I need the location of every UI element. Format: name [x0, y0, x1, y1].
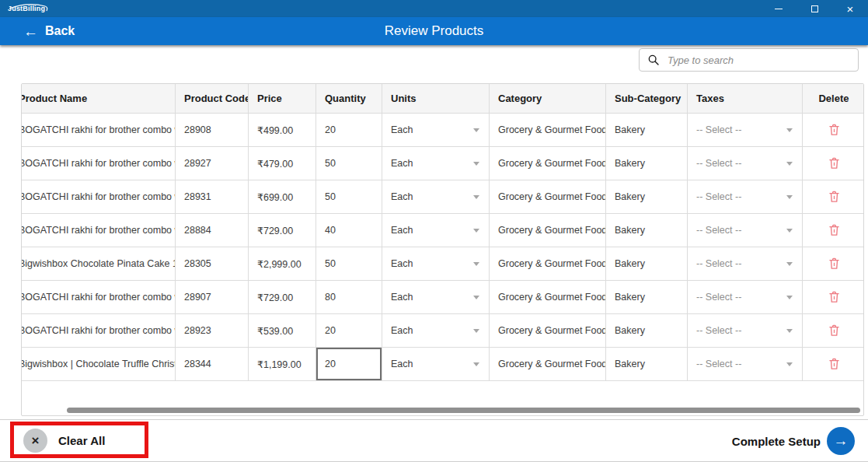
- quantity-cell[interactable]: 50: [316, 147, 382, 180]
- product-name-cell[interactable]: Bigwishbox Chocolate Pinata Cake 1 K...: [22, 247, 176, 280]
- x-icon: ×: [32, 433, 40, 449]
- taxes-dropdown[interactable]: -- Select --: [688, 147, 803, 180]
- price-cell[interactable]: ₹479.00: [249, 147, 316, 180]
- chevron-down-icon: [473, 162, 479, 166]
- chevron-down-icon: [786, 229, 793, 233]
- chevron-down-icon: [786, 362, 793, 366]
- delete-button[interactable]: [803, 114, 864, 146]
- sub-category-cell: Bakery: [606, 247, 688, 280]
- taxes-dropdown[interactable]: -- Select --: [688, 180, 803, 213]
- delete-button[interactable]: [803, 281, 864, 313]
- chevron-down-icon: [473, 362, 479, 366]
- product-name-cell[interactable]: BOGATCHI rakhi for brother combo wi...: [22, 281, 176, 313]
- product-code-cell[interactable]: 28931: [176, 180, 249, 213]
- price-cell[interactable]: ₹539.00: [249, 314, 316, 347]
- quantity-cell[interactable]: 20: [316, 314, 382, 347]
- quantity-cell[interactable]: 50: [316, 180, 382, 213]
- footer-bar: × Clear All Complete Setup →: [0, 419, 868, 462]
- sub-category-cell: Bakery: [606, 314, 688, 347]
- price-cell[interactable]: ₹1,199.00: [249, 348, 316, 380]
- units-dropdown[interactable]: Each: [382, 314, 490, 347]
- horizontal-scrollbar[interactable]: [67, 408, 860, 413]
- delete-button[interactable]: [803, 147, 864, 180]
- page-header: ← Back Review Products: [0, 17, 868, 45]
- delete-button[interactable]: [803, 314, 864, 347]
- category-cell: Grocery & Gourmet Foods: [490, 314, 606, 347]
- product-code-cell[interactable]: 28923: [176, 314, 249, 347]
- trash-icon: [828, 324, 840, 337]
- quantity-cell[interactable]: 50: [316, 247, 382, 280]
- clear-icon-circle: ×: [23, 429, 47, 453]
- category-cell: Grocery & Gourmet Foods: [490, 348, 606, 380]
- trash-icon: [828, 224, 840, 236]
- units-dropdown[interactable]: Each: [382, 214, 490, 247]
- category-cell: Grocery & Gourmet Foods: [490, 247, 606, 280]
- taxes-dropdown[interactable]: -- Select --: [688, 348, 803, 380]
- chevron-down-icon: [786, 195, 793, 199]
- quantity-cell[interactable]: 40: [316, 214, 382, 247]
- table-row: BOGATCHI rakhi for brother combo wi... 2…: [22, 180, 864, 214]
- search-icon: [647, 54, 660, 66]
- quantity-cell[interactable]: 20: [316, 348, 382, 380]
- product-code-cell[interactable]: 28927: [176, 147, 249, 180]
- chevron-down-icon: [473, 128, 479, 132]
- trash-icon: [828, 358, 840, 370]
- product-code-cell[interactable]: 28884: [176, 214, 249, 247]
- clear-all-button[interactable]: × Clear All: [23, 429, 105, 453]
- taxes-dropdown[interactable]: -- Select --: [688, 314, 803, 347]
- price-cell[interactable]: ₹729.00: [249, 281, 316, 313]
- units-dropdown[interactable]: Each: [382, 147, 490, 180]
- arrow-right-circle: →: [827, 427, 855, 455]
- product-name-cell[interactable]: BOGATCHI rakhi for brother combo wi...: [22, 314, 176, 347]
- chevron-down-icon: [786, 262, 793, 266]
- units-dropdown[interactable]: Each: [382, 180, 490, 213]
- product-name-cell[interactable]: BOGATCHI rakhi for brother combo wi...: [22, 180, 176, 213]
- taxes-dropdown[interactable]: -- Select --: [688, 247, 803, 280]
- sub-category-cell: Bakery: [606, 147, 688, 180]
- units-dropdown[interactable]: Each: [382, 348, 490, 380]
- category-cell: Grocery & Gourmet Foods: [490, 180, 606, 213]
- category-cell: Grocery & Gourmet Foods: [490, 147, 606, 180]
- table-row: BOGATCHI rakhi for brother combo wi... 2…: [22, 114, 864, 147]
- product-code-cell[interactable]: 28907: [176, 281, 249, 313]
- quantity-cell[interactable]: 20: [316, 114, 382, 146]
- chevron-down-icon: [473, 262, 479, 266]
- delete-button[interactable]: [803, 348, 864, 380]
- delete-button[interactable]: [803, 247, 864, 280]
- sub-category-cell: Bakery: [606, 114, 688, 146]
- product-name-cell[interactable]: BOGATCHI rakhi for brother combo wi...: [22, 114, 176, 146]
- taxes-dropdown[interactable]: -- Select --: [688, 114, 803, 146]
- product-code-cell[interactable]: 28908: [176, 114, 249, 146]
- chevron-down-icon: [473, 195, 479, 199]
- quantity-input-focused[interactable]: 20: [316, 348, 382, 380]
- sub-category-cell: Bakery: [606, 180, 688, 213]
- delete-button[interactable]: [803, 214, 864, 247]
- search-box[interactable]: [639, 48, 859, 72]
- taxes-dropdown[interactable]: -- Select --: [688, 214, 803, 247]
- table-row: BOGATCHI rakhi for brother combo wi... 2…: [22, 147, 864, 180]
- price-cell[interactable]: ₹729.00: [249, 214, 316, 247]
- category-cell: Grocery & Gourmet Foods: [490, 214, 606, 247]
- arrow-right-icon: →: [834, 432, 849, 450]
- price-cell[interactable]: ₹499.00: [249, 114, 316, 146]
- product-code-cell[interactable]: 28305: [176, 247, 249, 280]
- close-button[interactable]: ×: [832, 0, 868, 17]
- maximize-button[interactable]: [797, 0, 832, 17]
- price-cell[interactable]: ₹699.00: [249, 180, 316, 213]
- quantity-cell[interactable]: 80: [316, 281, 382, 313]
- units-dropdown[interactable]: Each: [382, 114, 490, 146]
- product-name-cell[interactable]: BOGATCHI rakhi for brother combo wi...: [22, 214, 176, 247]
- minimize-button[interactable]: [761, 0, 797, 17]
- delete-button[interactable]: [803, 180, 864, 213]
- minimize-icon: [775, 9, 783, 9]
- complete-setup-button[interactable]: Complete Setup →: [732, 427, 855, 455]
- units-dropdown[interactable]: Each: [382, 247, 490, 280]
- price-cell[interactable]: ₹2,999.00: [249, 247, 316, 280]
- product-code-cell[interactable]: 28344: [176, 348, 249, 380]
- product-name-cell[interactable]: Bigwishbox | Chocolate Truffle Christm..…: [22, 348, 176, 380]
- units-dropdown[interactable]: Each: [382, 281, 490, 313]
- trash-icon: [828, 257, 840, 270]
- product-name-cell[interactable]: BOGATCHI rakhi for brother combo wi...: [22, 147, 176, 180]
- taxes-dropdown[interactable]: -- Select --: [688, 281, 803, 313]
- search-input[interactable]: [668, 54, 850, 66]
